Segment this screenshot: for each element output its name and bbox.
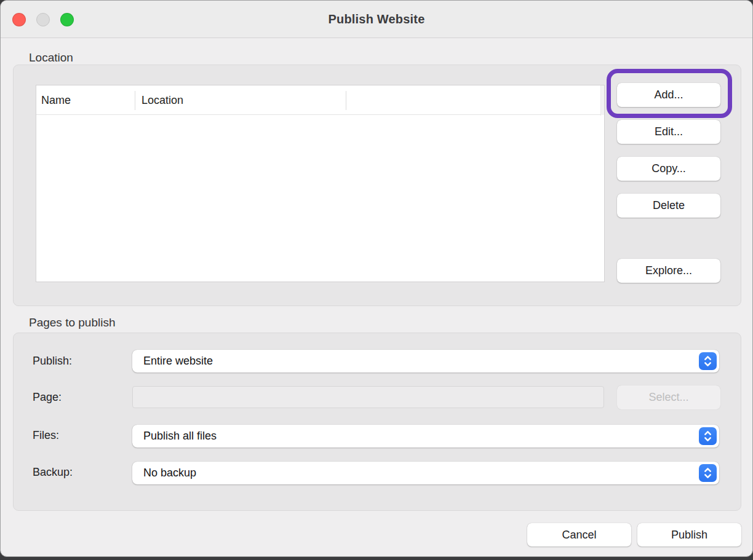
updown-chevrons-icon[interactable] bbox=[699, 352, 717, 370]
updown-chevrons-icon[interactable] bbox=[699, 464, 717, 482]
cancel-button[interactable]: Cancel bbox=[527, 523, 631, 546]
backup-select-value: No backup bbox=[143, 467, 196, 479]
close-window-icon[interactable] bbox=[12, 13, 26, 26]
files-label: Files: bbox=[33, 429, 59, 443]
copy-button[interactable]: Copy... bbox=[617, 157, 720, 181]
window-title: Publish Website bbox=[1, 1, 752, 38]
backup-label: Backup: bbox=[33, 466, 73, 479]
column-header-name[interactable]: Name bbox=[41, 85, 71, 115]
files-select[interactable]: Publish all files bbox=[132, 425, 719, 448]
title-bar: Publish Website bbox=[1, 1, 752, 38]
backup-select[interactable]: No backup bbox=[132, 462, 719, 484]
select-page-button: Select... bbox=[617, 385, 720, 409]
edit-button[interactable]: Edit... bbox=[617, 120, 720, 144]
locations-table[interactable]: Name Location bbox=[36, 85, 605, 282]
publish-select-value: Entire website bbox=[143, 355, 213, 368]
page-label: Page: bbox=[33, 391, 62, 404]
add-button[interactable]: Add... bbox=[617, 83, 720, 107]
scrollbar-corner bbox=[601, 85, 604, 115]
locations-table-body[interactable] bbox=[36, 116, 604, 282]
column-header-location[interactable]: Location bbox=[141, 85, 183, 115]
publish-select[interactable]: Entire website bbox=[132, 350, 719, 373]
column-divider[interactable] bbox=[346, 91, 346, 110]
publish-button[interactable]: Publish bbox=[637, 523, 741, 546]
pages-section-label: Pages to publish bbox=[29, 316, 116, 329]
updown-chevrons-icon[interactable] bbox=[699, 427, 717, 445]
files-select-value: Publish all files bbox=[143, 430, 217, 443]
minimize-window-icon bbox=[36, 13, 50, 26]
page-field bbox=[132, 386, 604, 408]
publish-label: Publish: bbox=[33, 355, 72, 368]
zoom-window-icon[interactable] bbox=[60, 13, 74, 26]
publish-website-dialog: Publish Website Location Name Location A… bbox=[0, 0, 753, 557]
traffic-lights bbox=[12, 13, 74, 26]
locations-table-header: Name Location bbox=[36, 85, 604, 115]
column-divider[interactable] bbox=[135, 91, 135, 110]
delete-button[interactable]: Delete bbox=[617, 194, 720, 218]
explore-button[interactable]: Explore... bbox=[617, 259, 720, 283]
location-section-label: Location bbox=[29, 51, 73, 65]
